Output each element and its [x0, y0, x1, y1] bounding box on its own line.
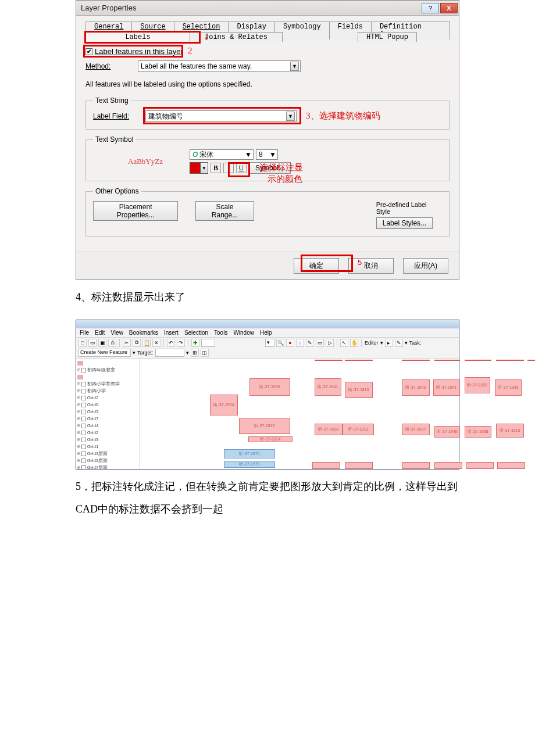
toc-item[interactable]: ⊞Grid3: [77, 436, 138, 443]
building-feature[interactable]: 听-37-1938: [315, 424, 343, 435]
layer-checkbox[interactable]: [81, 424, 86, 428]
building-feature[interactable]: 听-37-1941: [315, 378, 341, 396]
paste-icon[interactable]: 📋: [142, 339, 151, 347]
zoom-in-icon[interactable]: 🔍: [276, 339, 284, 347]
pen-icon[interactable]: ✎: [306, 339, 314, 347]
layer-checkbox[interactable]: [81, 465, 86, 469]
font-select[interactable]: O宋体 ▼: [190, 149, 254, 160]
toc-item[interactable]: ⊞Grid3: [77, 409, 138, 415]
task-select[interactable]: Create New Feature: [79, 349, 131, 357]
scale-input[interactable]: [201, 339, 215, 347]
print-icon[interactable]: ⎙: [108, 339, 116, 347]
toc-item[interactable]: ⊞Grid2: [77, 429, 138, 436]
color-button[interactable]: ▼: [190, 162, 208, 174]
toc-item[interactable]: [77, 374, 138, 381]
misc-icon[interactable]: ◫: [201, 349, 209, 357]
toc-item[interactable]: ⊞初四小学: [77, 388, 138, 395]
menu-edit[interactable]: Edit: [95, 329, 105, 336]
layer-checkbox[interactable]: [81, 431, 86, 435]
layer-checkbox[interactable]: [81, 417, 86, 421]
building-feature[interactable]: 听-37-1939: [465, 377, 490, 393]
underline-button[interactable]: U: [236, 163, 247, 173]
expand-icon[interactable]: ⊞: [77, 402, 80, 407]
save-icon[interactable]: ▣: [98, 339, 106, 347]
tool-dropdown[interactable]: ▾: [265, 339, 274, 347]
expand-icon[interactable]: ⊞: [77, 444, 80, 449]
layer-checkbox[interactable]: [81, 452, 86, 456]
italic-button[interactable]: I: [223, 163, 234, 173]
undo-icon[interactable]: ↶: [167, 339, 175, 347]
expand-icon[interactable]: ⊞: [77, 465, 80, 469]
toc-item[interactable]: ⊞Grid1: [77, 443, 138, 450]
building-feature[interactable]: 听-37-1975: [224, 449, 275, 458]
placement-properties-button[interactable]: Placement Properties...: [93, 201, 178, 221]
expand-icon[interactable]: ⊞: [77, 458, 80, 463]
layer-checkbox[interactable]: [81, 410, 86, 414]
building-feature[interactable]: 听-37-1938: [465, 426, 491, 438]
open-icon[interactable]: ▭: [88, 339, 97, 347]
expand-icon[interactable]: ⊞: [77, 430, 80, 435]
sketch-icon[interactable]: ✎: [395, 339, 403, 347]
building-feature[interactable]: 听-37-1813: [343, 424, 374, 435]
tab-labels[interactable]: Labels: [85, 32, 190, 42]
layer-checkbox[interactable]: [81, 403, 86, 407]
toc-item[interactable]: ⊞Grid3层面: [77, 450, 138, 457]
layer-checkbox[interactable]: [81, 445, 86, 449]
building-feature[interactable]: [466, 462, 494, 469]
method-select[interactable]: Label all the features the same way. ▼: [138, 60, 301, 72]
layer-checkbox[interactable]: [81, 382, 86, 386]
menu-window[interactable]: Window: [233, 329, 254, 336]
copy-icon[interactable]: ⧉: [133, 339, 141, 347]
expand-icon[interactable]: ⊞: [77, 381, 80, 386]
expand-icon[interactable]: ⊞: [77, 409, 80, 414]
label-styles-button[interactable]: Label Styles...: [376, 217, 433, 229]
building-feature[interactable]: 听-37-1814: [248, 436, 293, 442]
expand-icon[interactable]: ⊞: [77, 388, 80, 393]
edit-arrow-icon[interactable]: ▸: [385, 339, 393, 347]
expand-icon[interactable]: ⊞: [77, 416, 80, 421]
toc-item[interactable]: ⊞Grid3层面: [77, 457, 138, 464]
toc-item[interactable]: ⊞初四年级教室: [77, 367, 138, 374]
label-field-select[interactable]: 建筑物编号 ▼: [145, 110, 297, 122]
toc-item[interactable]: [77, 360, 138, 367]
menu-view[interactable]: View: [110, 329, 123, 336]
building-feature[interactable]: 听-37-1940: [434, 426, 460, 438]
menu-selection[interactable]: Selection: [184, 329, 208, 336]
building-feature[interactable]: 听-37-1813: [496, 424, 524, 438]
building-feature[interactable]: [497, 462, 525, 469]
map-canvas[interactable]: 听-37-1934听-37-1936听-37-1941听-37-1813听-37…: [140, 359, 459, 469]
scale-range-button[interactable]: Scale Range...: [195, 201, 254, 221]
building-feature[interactable]: 听-37-1943: [495, 379, 522, 396]
building-feature[interactable]: 听-37-1936: [249, 378, 290, 396]
tab-joins-relates[interactable]: Joins & Relates: [190, 32, 283, 42]
expand-icon[interactable]: ⊞: [77, 423, 80, 428]
menu-file[interactable]: File: [80, 329, 89, 336]
menu-tools[interactable]: Tools: [214, 329, 227, 336]
hand-icon[interactable]: ✋: [350, 339, 358, 347]
redo-icon[interactable]: ↷: [177, 339, 185, 347]
toc-item[interactable]: ⊞Grid7层面: [77, 464, 138, 469]
expand-icon[interactable]: ⊞: [77, 437, 80, 442]
building-feature[interactable]: 听-37-1813: [239, 418, 290, 434]
layer-checkbox[interactable]: [81, 458, 86, 463]
marker-icon[interactable]: ●: [286, 339, 294, 347]
attr-icon[interactable]: ⊞: [191, 349, 199, 357]
layer-checkbox[interactable]: [81, 368, 86, 372]
select-icon[interactable]: ▷: [326, 339, 334, 347]
building-feature[interactable]: 听-37-1975: [224, 461, 275, 468]
toc-item[interactable]: ⊞Grid7: [77, 415, 138, 422]
expand-icon[interactable]: ⊞: [77, 451, 80, 456]
close-button[interactable]: X: [440, 3, 458, 13]
layer-checkbox[interactable]: [81, 438, 86, 442]
editor-label[interactable]: Editor: [365, 340, 379, 346]
menu-bookmarks[interactable]: Bookmarks: [129, 329, 158, 336]
table-of-contents[interactable]: ⊞初四年级教室⊞初四小学育教学⊞初四小学⊞Grid2⊞Grid0⊞Grid3⊞G…: [76, 359, 140, 469]
cancel-button[interactable]: 取消: [348, 258, 394, 274]
label-features-checkbox[interactable]: ✔: [85, 48, 92, 55]
tab-html-popup[interactable]: HTML Popup: [358, 32, 417, 42]
add-icon[interactable]: ✚: [191, 339, 199, 347]
building-feature[interactable]: 听-37-1937: [402, 424, 430, 435]
toc-item[interactable]: ⊞Grid2: [77, 395, 138, 402]
delete-icon[interactable]: ✕: [152, 339, 160, 347]
building-feature[interactable]: 听-37-1934: [210, 395, 238, 415]
